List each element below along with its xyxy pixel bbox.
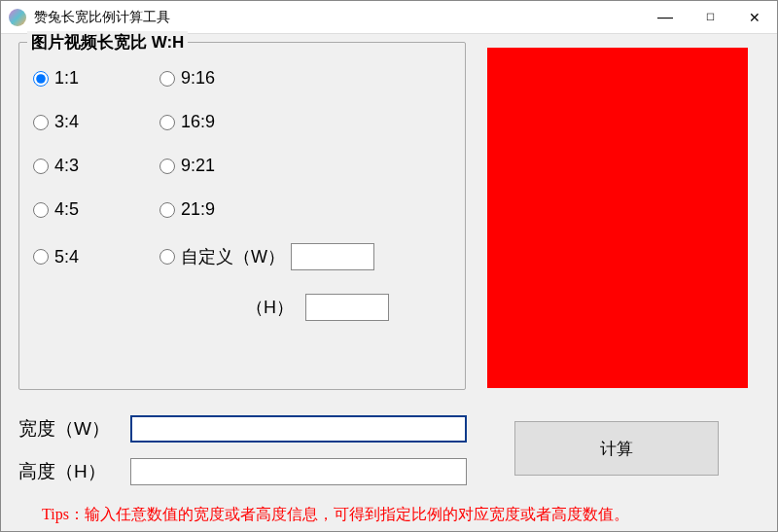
calculate-button[interactable]: 计算 (514, 421, 719, 476)
custom-w-input[interactable] (291, 243, 374, 270)
ratio-option-5-4[interactable]: 5:4 (33, 247, 159, 267)
ratio-label: 5:4 (54, 247, 79, 267)
ratio-option-4-5[interactable]: 4:5 (33, 199, 159, 220)
close-button[interactable]: ✕ (732, 1, 777, 34)
ratio-label: 4:3 (54, 156, 79, 176)
ratio-radio-1-1[interactable] (33, 71, 49, 87)
ratio-label: 21:9 (181, 199, 215, 220)
window-title: 赞兔长宽比例计算工具 (34, 9, 170, 26)
ratio-option-4-3[interactable]: 4:3 (33, 156, 159, 176)
ratio-groupbox-legend: 图片视频长宽比 W:H (27, 31, 188, 53)
ratio-option-16-9[interactable]: 16:9 (159, 112, 451, 132)
ratio-option-9-21[interactable]: 9:21 (159, 156, 451, 176)
window-controls: — ☐ ✕ (643, 1, 777, 34)
ratio-radio-21-9[interactable] (159, 202, 175, 218)
custom-h-label: （H） (177, 296, 300, 319)
tips-text: Tips：输入任意数值的宽度或者高度信息，可得到指定比例的对应宽度或者高度数值。 (42, 505, 629, 525)
ratio-label: 9:21 (181, 156, 215, 176)
ratio-groupbox: 图片视频长宽比 W:H 1:1 9:16 3:4 16 (18, 42, 466, 390)
app-window: 赞兔长宽比例计算工具 — ☐ ✕ 图片视频长宽比 W:H 1:1 9:16 (0, 0, 778, 532)
ratio-option-9-16[interactable]: 9:16 (159, 68, 451, 89)
ratio-radio-3-4[interactable] (33, 115, 49, 130)
ratio-radio-16-9[interactable] (159, 115, 175, 130)
ratio-option-1-1[interactable]: 1:1 (33, 68, 159, 89)
titlebar: 赞兔长宽比例计算工具 — ☐ ✕ (1, 1, 777, 34)
width-label: 宽度（W） (18, 416, 130, 442)
ratio-radio-4-5[interactable] (33, 202, 49, 218)
ratio-radio-5-4[interactable] (33, 249, 49, 265)
custom-h-input[interactable] (305, 294, 389, 321)
client-area: 图片视频长宽比 W:H 1:1 9:16 3:4 16 (1, 34, 777, 531)
ratio-label: 3:4 (54, 112, 79, 132)
height-input[interactable] (130, 458, 467, 485)
width-row: 宽度（W） (18, 415, 467, 443)
ratio-radio-9-21[interactable] (159, 159, 175, 174)
ratio-option-3-4[interactable]: 3:4 (33, 112, 159, 132)
ratio-grid: 1:1 9:16 3:4 16:9 4:3 (33, 68, 451, 321)
maximize-button[interactable]: ☐ (688, 1, 732, 34)
width-input[interactable] (130, 415, 467, 443)
ratio-option-custom-h: （H） (177, 294, 451, 321)
height-row: 高度（H） (18, 458, 467, 485)
ratio-option-21-9[interactable]: 21:9 (159, 199, 451, 220)
app-icon (9, 9, 26, 26)
preview-box (487, 48, 748, 388)
minimize-button[interactable]: — (643, 1, 688, 34)
ratio-label: 1:1 (54, 68, 79, 89)
height-label: 高度（H） (18, 459, 130, 484)
ratio-option-custom-w: 自定义（W） (159, 243, 451, 270)
ratio-label: 9:16 (181, 68, 215, 89)
ratio-radio-4-3[interactable] (33, 159, 49, 174)
ratio-label: 4:5 (54, 199, 79, 220)
ratio-radio-9-16[interactable] (159, 71, 175, 87)
ratio-custom-label: 自定义（W） (181, 245, 285, 268)
ratio-radio-custom[interactable] (159, 249, 175, 265)
ratio-label: 16:9 (181, 112, 215, 132)
ratio-option-custom[interactable]: 自定义（W） (159, 245, 285, 268)
